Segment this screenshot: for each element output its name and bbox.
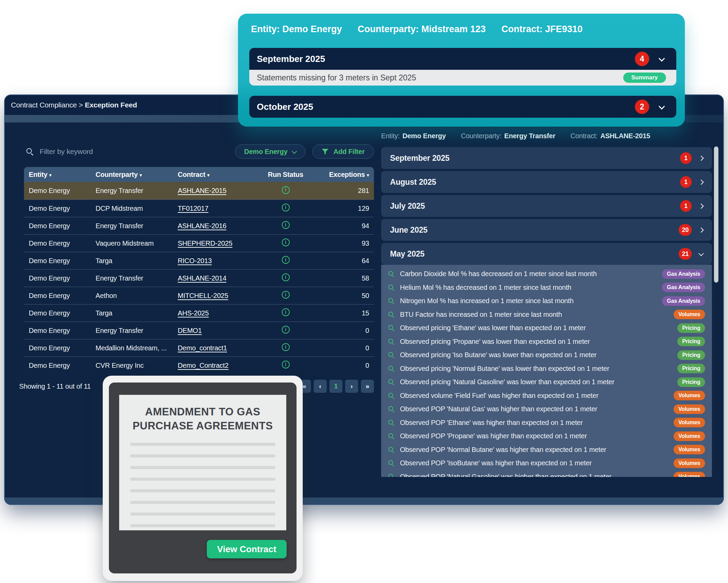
run-status-info-icon[interactable] [282, 238, 290, 246]
exception-row[interactable]: Observed POP 'Ethane' was higher than ex… [381, 416, 712, 430]
contract-link[interactable]: ASHLANE-2015 [178, 187, 226, 194]
add-filter-label: Add Filter [334, 148, 365, 156]
exception-row[interactable]: Observed pricing 'Iso Butane' was lower … [381, 348, 712, 362]
search-icon [388, 338, 394, 345]
month-accordion-collapsed[interactable]: July 20251 [381, 195, 712, 217]
column-header-run-status[interactable]: Run Status [268, 171, 303, 179]
table-row[interactable]: Demo EnergyAethonMITCHELL-202550 [24, 287, 374, 304]
table-row[interactable]: Demo EnergyVaquero MidstreamSHEPHERD-202… [24, 234, 374, 252]
exception-row[interactable]: Observed POP 'Natural Gas' was higher th… [381, 402, 712, 416]
table-row[interactable]: Demo EnergyTargaRICO-201364 [24, 252, 374, 269]
exception-row[interactable]: Observed POP 'Natural Gasoline' was high… [381, 470, 712, 477]
table-row[interactable]: Demo EnergyTargaAHS-202515 [24, 304, 374, 322]
summary-badge: Summary [623, 73, 666, 83]
exception-row[interactable]: Observed volume 'Field Fuel' was higher … [381, 389, 712, 403]
column-header-entity[interactable]: Entity [29, 171, 96, 179]
contract-link[interactable]: SHEPHERD-2025 [178, 239, 233, 247]
october-accordion[interactable]: October 2025 2 [249, 96, 676, 118]
card-counterparty: Counterparty: Midstream 123 [358, 24, 486, 35]
pagination-button[interactable]: » [361, 380, 374, 393]
pagination-button[interactable]: › [345, 380, 358, 393]
run-status-info-icon[interactable] [282, 308, 290, 316]
cell-exceptions: 0 [365, 344, 369, 352]
column-header-exceptions[interactable]: Exceptions [329, 171, 369, 179]
breadcrumb-path[interactable]: Contract Compliance > [11, 101, 85, 109]
run-status-info-icon[interactable] [282, 186, 290, 194]
add-filter-button[interactable]: Add Filter [312, 144, 374, 159]
pagination-button[interactable]: ‹ [314, 380, 327, 393]
document-text-line [130, 466, 275, 469]
document-text-line [130, 501, 275, 504]
chevron-down-icon [658, 103, 665, 109]
filter-row: Filter by keyword Demo Energy Add Filter [19, 144, 374, 159]
table-row[interactable]: Demo EnergyDCP MidstreamTF012017129 [24, 199, 374, 217]
cell-counterparty: Vaquero Midstream [96, 239, 178, 247]
cell-counterparty: Energy Transfer [96, 222, 178, 230]
exception-row[interactable]: Observed pricing 'Ethane' was lower than… [381, 321, 712, 335]
contract-link[interactable]: AHS-2025 [178, 309, 209, 317]
september-accordion[interactable]: September 2025 4 [249, 48, 676, 70]
run-status-info-icon[interactable] [282, 273, 290, 281]
document-text-line [130, 489, 275, 492]
category-badge: Volumes [674, 404, 705, 414]
exception-row[interactable]: Carbon Dioxide Mol % has decreased on 1 … [381, 267, 712, 281]
run-status-info-icon[interactable] [282, 256, 290, 264]
exception-count-badge: 21 [679, 248, 692, 260]
filter-funnel-icon [322, 148, 329, 155]
scrollbar-thumb[interactable] [714, 146, 718, 283]
contract-link[interactable]: RICO-2013 [178, 257, 212, 264]
month-accordion-collapsed[interactable]: August 20251 [381, 171, 712, 193]
search-icon [388, 446, 394, 453]
run-status-info-icon[interactable] [282, 204, 290, 211]
document-text-line [130, 454, 275, 457]
table-row[interactable]: Demo EnergyEnergy TransferASHLANE-201458 [24, 269, 374, 287]
category-badge: Volumes [674, 472, 705, 477]
document-paper: AMENDMENT TO GAS PURCHASE AGREEMENTS [119, 395, 286, 530]
keyword-filter-input[interactable]: Filter by keyword [19, 144, 211, 159]
run-status-info-icon[interactable] [282, 221, 290, 229]
month-accordion-collapsed[interactable]: June 202520 [381, 219, 712, 241]
entity-dropdown[interactable]: Demo Energy [235, 144, 305, 159]
exception-detail-section: Entity:Demo Energy Counterparty:Energy T… [381, 122, 724, 497]
search-icon [388, 392, 394, 399]
contract-link[interactable]: Demo_Contract2 [178, 362, 228, 369]
exception-row[interactable]: Observed POP 'IsoButane' was higher than… [381, 456, 712, 470]
run-status-info-icon[interactable] [282, 326, 290, 334]
contract-link[interactable]: Demo_contract1 [178, 344, 227, 352]
exception-row[interactable]: Observed pricing 'Propane' was lower tha… [381, 335, 712, 349]
cell-counterparty: CVR Energy Inc [96, 362, 178, 370]
exception-row[interactable]: Observed pricing 'Normal Butane' was low… [381, 362, 712, 376]
exception-row[interactable]: Observed POP 'Normal Butane' was higher … [381, 443, 712, 457]
exception-row[interactable]: Nitrogen Mol % has increased on 1 meter … [381, 294, 712, 308]
run-status-info-icon[interactable] [282, 343, 290, 351]
exception-row[interactable]: BTU Factor has increased on 1 meter sinc… [381, 308, 712, 322]
exception-row[interactable]: Observed POP 'Propane' was higher than e… [381, 429, 712, 443]
column-header-counterparty[interactable]: Counterparty [96, 171, 178, 179]
table-row[interactable]: Demo EnergyCVR Energy IncDemo_Contract20 [24, 357, 374, 374]
exception-row[interactable]: Helium Mol % has decreased on 1 meter si… [381, 281, 712, 295]
month-accordion-collapsed[interactable]: September 20251 [381, 147, 712, 169]
contract-link[interactable]: TF012017 [178, 205, 209, 212]
cell-exceptions: 281 [358, 187, 369, 195]
exception-row[interactable]: Observed pricing 'Natural Gasoline' was … [381, 375, 712, 389]
contract-link[interactable]: MITCHELL-2025 [178, 292, 228, 299]
view-contract-button[interactable]: View Contract [207, 540, 287, 558]
table-row[interactable]: Demo EnergyEnergy TransferASHLANE-201528… [24, 182, 374, 199]
contract-link[interactable]: DEMO1 [178, 327, 202, 334]
category-badge: Volumes [674, 431, 705, 441]
contract-link[interactable]: ASHLANE-2016 [178, 222, 226, 230]
card-contract: Contract: JFE9310 [501, 24, 582, 35]
exception-text: Observed POP 'Normal Butane' was higher … [400, 446, 668, 454]
table-row[interactable]: Demo EnergyMedallion Midstream, ...Demo_… [24, 339, 374, 357]
run-status-info-icon[interactable] [282, 291, 290, 299]
pagination-button[interactable]: 1 [329, 380, 342, 393]
summary-row[interactable]: Statements missing for 3 meters in Sept … [249, 70, 676, 86]
table-row[interactable]: Demo EnergyEnergy TransferASHLANE-201694 [24, 217, 374, 234]
month-accordion-expanded[interactable]: May 202521 [381, 243, 712, 265]
month-label: July 2025 [390, 202, 680, 211]
contract-link[interactable]: ASHLANE-2014 [178, 274, 226, 282]
category-badge: Pricing [677, 350, 705, 360]
table-row[interactable]: Demo EnergyEnergy TransferDEMO10 [24, 322, 374, 339]
run-status-info-icon[interactable] [282, 361, 290, 368]
column-header-contract[interactable]: Contract [178, 171, 256, 179]
